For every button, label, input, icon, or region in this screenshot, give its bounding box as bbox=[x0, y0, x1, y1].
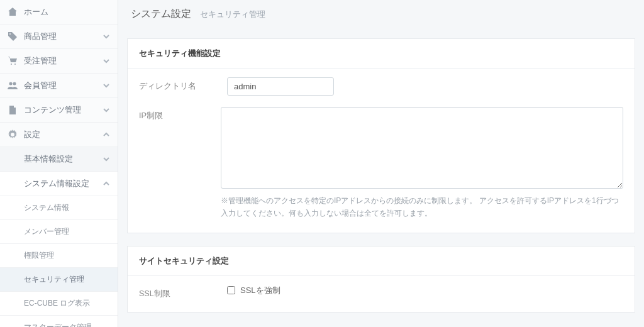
tag-icon bbox=[8, 31, 18, 42]
chevron-down-icon bbox=[103, 82, 110, 89]
sidebar-item-label: セキュリティ管理 bbox=[24, 274, 110, 285]
panel-heading: サイトセキュリティ設定 bbox=[128, 247, 635, 276]
sidebar: ホーム 商品管理 受注管理 会員管理 コンテンツ管理 設定 基本情報設定 システ… bbox=[0, 0, 118, 327]
panel-heading: セキュリティ機能設定 bbox=[128, 39, 635, 69]
chevron-up-icon bbox=[103, 131, 110, 138]
sidebar-item-contents[interactable]: コンテンツ管理 bbox=[0, 98, 118, 123]
page-subtitle: セキュリティ管理 bbox=[200, 9, 265, 20]
sidebar-item-label: 商品管理 bbox=[24, 31, 103, 42]
ssl-checkbox[interactable] bbox=[227, 286, 235, 294]
sidebar-item-log-display[interactable]: EC-CUBE ログ表示 bbox=[0, 292, 118, 316]
ip-label: IP制限 bbox=[139, 107, 221, 121]
sidebar-item-system-info[interactable]: システム情報 bbox=[0, 196, 118, 220]
directory-label: ディレクトリ名 bbox=[139, 77, 227, 92]
sidebar-item-label: システム情報設定 bbox=[24, 178, 103, 189]
sidebar-item-settings[interactable]: 設定 bbox=[0, 123, 118, 147]
home-icon bbox=[8, 7, 18, 17]
sidebar-item-label: 基本情報設定 bbox=[24, 153, 103, 165]
sidebar-item-label: 権限管理 bbox=[24, 250, 110, 261]
document-icon bbox=[8, 105, 18, 115]
sidebar-item-basic-info[interactable]: 基本情報設定 bbox=[0, 147, 118, 172]
ssl-label: SSL制限 bbox=[139, 285, 227, 299]
sidebar-item-label: 設定 bbox=[24, 129, 103, 140]
ip-textarea[interactable] bbox=[221, 107, 623, 189]
ssl-checkbox-label: SSLを強制 bbox=[240, 285, 280, 296]
sidebar-item-auth-mgmt[interactable]: 権限管理 bbox=[0, 244, 118, 268]
ip-help-text: ※管理機能へのアクセスを特定のIPアドレスからの接続のみに制限します。 アクセス… bbox=[221, 194, 623, 220]
sidebar-item-members[interactable]: 会員管理 bbox=[0, 74, 118, 98]
ip-row: IP制限 ※管理機能へのアクセスを特定のIPアドレスからの接続のみに制限します。… bbox=[139, 107, 623, 220]
sidebar-item-security-mgmt[interactable]: セキュリティ管理 bbox=[0, 268, 118, 292]
sidebar-item-label: マスターデータ管理 bbox=[24, 322, 110, 327]
sidebar-item-label: コンテンツ管理 bbox=[24, 104, 103, 116]
main-content: システム設定 セキュリティ管理 セキュリティ機能設定 ディレクトリ名 IP制限 … bbox=[118, 0, 644, 327]
chevron-down-icon bbox=[103, 155, 110, 163]
sidebar-item-orders[interactable]: 受注管理 bbox=[0, 49, 118, 74]
cart-icon bbox=[8, 56, 18, 66]
users-icon bbox=[8, 80, 18, 91]
svg-point-0 bbox=[9, 82, 13, 86]
sidebar-item-label: メンバー管理 bbox=[24, 226, 110, 237]
page-title: システム設定 bbox=[131, 8, 191, 21]
site-security-panel: サイトセキュリティ設定 SSL制限 SSLを強制 bbox=[127, 246, 635, 313]
ssl-checkbox-wrap[interactable]: SSLを強制 bbox=[227, 285, 623, 296]
ssl-row: SSL制限 SSLを強制 bbox=[139, 285, 623, 299]
directory-input[interactable] bbox=[227, 77, 334, 96]
sidebar-item-label: 会員管理 bbox=[24, 80, 103, 91]
sidebar-item-label: 受注管理 bbox=[24, 55, 103, 67]
sidebar-item-member-mgmt[interactable]: メンバー管理 bbox=[0, 220, 118, 244]
chevron-down-icon bbox=[103, 33, 110, 40]
page-title-bar: システム設定 セキュリティ管理 bbox=[118, 0, 644, 32]
sidebar-item-label: ホーム bbox=[24, 6, 110, 18]
sidebar-item-system-info-settings[interactable]: システム情報設定 bbox=[0, 172, 118, 196]
sidebar-item-label: システム情報 bbox=[24, 202, 110, 213]
sidebar-item-products[interactable]: 商品管理 bbox=[0, 25, 118, 49]
sidebar-item-master-data[interactable]: マスターデータ管理 bbox=[0, 316, 118, 327]
sidebar-item-label: EC-CUBE ログ表示 bbox=[24, 298, 110, 309]
sidebar-item-home[interactable]: ホーム bbox=[0, 0, 118, 25]
security-function-panel: セキュリティ機能設定 ディレクトリ名 IP制限 ※管理機能へのアクセスを特定のI… bbox=[127, 38, 635, 233]
chevron-down-icon bbox=[103, 106, 110, 114]
svg-point-1 bbox=[13, 82, 16, 86]
directory-row: ディレクトリ名 bbox=[139, 77, 623, 96]
chevron-down-icon bbox=[103, 57, 110, 65]
gear-icon bbox=[8, 130, 18, 140]
chevron-up-icon bbox=[103, 180, 110, 187]
